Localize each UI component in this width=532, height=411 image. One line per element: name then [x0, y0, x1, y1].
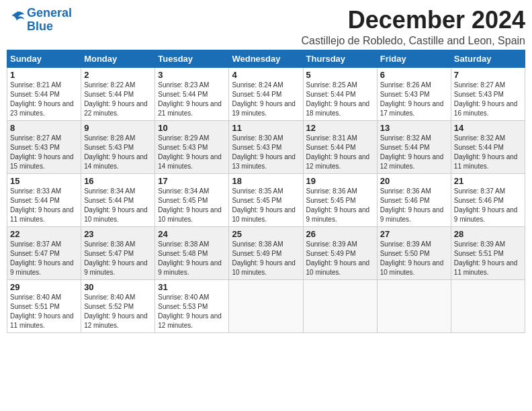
sunrise-label: Sunrise: 8:25 AM — [306, 81, 357, 89]
sunset-label: Sunset: 5:50 PM — [380, 250, 430, 257]
day-info: Sunrise: 8:32 AM Sunset: 5:44 PM Dayligh… — [380, 134, 448, 171]
sunset-label: Sunset: 5:44 PM — [10, 197, 60, 204]
logo-line1: General — [27, 6, 72, 19]
sunrise-label: Sunrise: 8:40 AM — [84, 293, 135, 301]
sunrise-label: Sunrise: 8:28 AM — [84, 134, 135, 142]
daylight-label: Daylight: 9 hours and 10 minutes. — [232, 259, 296, 276]
calendar-week-row: 22 Sunrise: 8:37 AM Sunset: 5:47 PM Dayl… — [7, 226, 525, 279]
calendar-cell — [377, 279, 451, 332]
calendar-cell — [229, 279, 303, 332]
day-info: Sunrise: 8:34 AM Sunset: 5:45 PM Dayligh… — [158, 187, 226, 224]
sunrise-label: Sunrise: 8:32 AM — [380, 134, 431, 142]
calendar-header-tuesday: Tuesday — [155, 50, 229, 67]
page-header: General Blue December 2024 Castillejo de… — [7, 7, 525, 47]
calendar-week-row: 15 Sunrise: 8:33 AM Sunset: 5:44 PM Dayl… — [7, 173, 525, 226]
calendar-cell: 4 Sunrise: 8:24 AM Sunset: 5:44 PM Dayli… — [229, 67, 303, 120]
sunset-label: Sunset: 5:43 PM — [454, 91, 504, 98]
day-info: Sunrise: 8:32 AM Sunset: 5:44 PM Dayligh… — [454, 134, 522, 171]
daylight-label: Daylight: 9 hours and 23 minutes. — [10, 100, 74, 117]
logo-text: General Blue — [27, 7, 72, 34]
daylight-label: Daylight: 9 hours and 16 minutes. — [454, 100, 518, 117]
day-info: Sunrise: 8:38 AM Sunset: 5:48 PM Dayligh… — [158, 240, 226, 277]
calendar-header-monday: Monday — [81, 50, 155, 67]
day-number: 10 — [158, 123, 226, 133]
calendar-cell: 6 Sunrise: 8:26 AM Sunset: 5:43 PM Dayli… — [377, 67, 451, 120]
daylight-label: Daylight: 9 hours and 11 minutes. — [10, 312, 74, 329]
sunrise-label: Sunrise: 8:31 AM — [306, 134, 357, 142]
sunset-label: Sunset: 5:46 PM — [454, 197, 504, 204]
calendar-cell: 24 Sunrise: 8:38 AM Sunset: 5:48 PM Dayl… — [155, 226, 229, 279]
sunset-label: Sunset: 5:47 PM — [10, 250, 60, 257]
calendar-cell: 9 Sunrise: 8:28 AM Sunset: 5:43 PM Dayli… — [81, 120, 155, 173]
calendar-cell: 30 Sunrise: 8:40 AM Sunset: 5:52 PM Dayl… — [81, 279, 155, 332]
sunrise-label: Sunrise: 8:35 AM — [232, 187, 283, 195]
day-info: Sunrise: 8:33 AM Sunset: 5:44 PM Dayligh… — [10, 187, 78, 224]
day-number: 23 — [84, 229, 152, 239]
daylight-label: Daylight: 9 hours and 9 minutes. — [454, 206, 518, 223]
day-info: Sunrise: 8:31 AM Sunset: 5:44 PM Dayligh… — [306, 134, 374, 171]
day-info: Sunrise: 8:40 AM Sunset: 5:52 PM Dayligh… — [84, 293, 152, 330]
sunset-label: Sunset: 5:44 PM — [306, 91, 356, 98]
day-number: 31 — [158, 282, 226, 292]
daylight-label: Daylight: 9 hours and 12 minutes. — [158, 312, 222, 329]
day-number: 21 — [454, 176, 522, 186]
sunrise-label: Sunrise: 8:37 AM — [10, 240, 61, 248]
sunrise-label: Sunrise: 8:38 AM — [84, 240, 135, 248]
sunset-label: Sunset: 5:47 PM — [84, 250, 134, 257]
sunrise-label: Sunrise: 8:36 AM — [380, 187, 431, 195]
sunrise-label: Sunrise: 8:34 AM — [84, 187, 135, 195]
sunrise-label: Sunrise: 8:32 AM — [454, 134, 505, 142]
daylight-label: Daylight: 9 hours and 10 minutes. — [232, 206, 296, 223]
daylight-label: Daylight: 9 hours and 18 minutes. — [306, 100, 370, 117]
sunset-label: Sunset: 5:49 PM — [232, 250, 281, 257]
calendar-cell: 11 Sunrise: 8:30 AM Sunset: 5:43 PM Dayl… — [229, 120, 303, 173]
sunrise-label: Sunrise: 8:40 AM — [10, 293, 61, 301]
calendar-cell: 22 Sunrise: 8:37 AM Sunset: 5:47 PM Dayl… — [7, 226, 81, 279]
sunset-label: Sunset: 5:44 PM — [10, 91, 60, 98]
calendar-cell — [451, 279, 525, 332]
sunrise-label: Sunrise: 8:37 AM — [454, 187, 505, 195]
day-info: Sunrise: 8:29 AM Sunset: 5:43 PM Dayligh… — [158, 134, 226, 171]
calendar-cell: 1 Sunrise: 8:21 AM Sunset: 5:44 PM Dayli… — [7, 67, 81, 120]
calendar-cell: 25 Sunrise: 8:38 AM Sunset: 5:49 PM Dayl… — [229, 226, 303, 279]
calendar-cell: 16 Sunrise: 8:34 AM Sunset: 5:44 PM Dayl… — [81, 173, 155, 226]
sunrise-label: Sunrise: 8:38 AM — [232, 240, 283, 248]
day-info: Sunrise: 8:36 AM Sunset: 5:45 PM Dayligh… — [306, 187, 374, 224]
day-number: 14 — [454, 123, 522, 133]
calendar-header-thursday: Thursday — [303, 50, 377, 67]
calendar-week-row: 8 Sunrise: 8:27 AM Sunset: 5:43 PM Dayli… — [7, 120, 525, 173]
day-number: 8 — [10, 123, 78, 133]
calendar-cell — [303, 279, 377, 332]
sunrise-label: Sunrise: 8:30 AM — [232, 134, 283, 142]
calendar-header-saturday: Saturday — [451, 50, 525, 67]
day-number: 26 — [306, 229, 374, 239]
calendar-header-sunday: Sunday — [7, 50, 81, 67]
title-block: December 2024 Castillejo de Robledo, Cas… — [301, 7, 525, 47]
day-number: 3 — [158, 70, 226, 80]
day-number: 6 — [380, 70, 448, 80]
calendar-cell: 7 Sunrise: 8:27 AM Sunset: 5:43 PM Dayli… — [451, 67, 525, 120]
calendar-cell: 13 Sunrise: 8:32 AM Sunset: 5:44 PM Dayl… — [377, 120, 451, 173]
daylight-label: Daylight: 9 hours and 10 minutes. — [380, 259, 444, 276]
sunset-label: Sunset: 5:51 PM — [454, 250, 504, 257]
day-number: 25 — [232, 229, 300, 239]
calendar-cell: 29 Sunrise: 8:40 AM Sunset: 5:51 PM Dayl… — [7, 279, 81, 332]
sunrise-label: Sunrise: 8:22 AM — [84, 81, 135, 89]
calendar-cell: 17 Sunrise: 8:34 AM Sunset: 5:45 PM Dayl… — [155, 173, 229, 226]
logo-bird-icon — [7, 9, 26, 28]
day-info: Sunrise: 8:27 AM Sunset: 5:43 PM Dayligh… — [454, 81, 522, 118]
daylight-label: Daylight: 9 hours and 9 minutes. — [84, 259, 148, 276]
calendar-cell: 20 Sunrise: 8:36 AM Sunset: 5:46 PM Dayl… — [377, 173, 451, 226]
sunrise-label: Sunrise: 8:23 AM — [158, 81, 209, 89]
day-number: 7 — [454, 70, 522, 80]
daylight-label: Daylight: 9 hours and 10 minutes. — [306, 259, 370, 276]
sunset-label: Sunset: 5:44 PM — [158, 91, 208, 98]
sunset-label: Sunset: 5:44 PM — [306, 144, 356, 151]
calendar-cell: 26 Sunrise: 8:39 AM Sunset: 5:49 PM Dayl… — [303, 226, 377, 279]
calendar-cell: 12 Sunrise: 8:31 AM Sunset: 5:44 PM Dayl… — [303, 120, 377, 173]
sunset-label: Sunset: 5:45 PM — [306, 197, 356, 204]
sunset-label: Sunset: 5:44 PM — [232, 91, 281, 98]
sunrise-label: Sunrise: 8:27 AM — [10, 134, 61, 142]
sunset-label: Sunset: 5:53 PM — [158, 303, 208, 310]
day-number: 30 — [84, 282, 152, 292]
